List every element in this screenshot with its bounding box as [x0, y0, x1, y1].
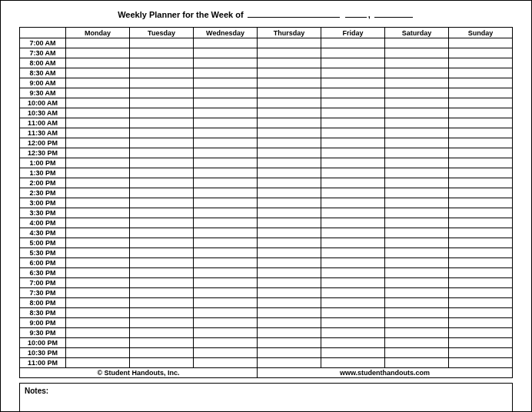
planner-cell[interactable]: [66, 138, 130, 148]
planner-cell[interactable]: [258, 48, 321, 58]
planner-cell[interactable]: [66, 278, 130, 288]
planner-cell[interactable]: [385, 38, 449, 48]
blank-day[interactable]: [345, 10, 367, 18]
planner-cell[interactable]: [385, 138, 449, 148]
planner-cell[interactable]: [130, 358, 194, 368]
planner-cell[interactable]: [258, 338, 321, 348]
planner-cell[interactable]: [130, 88, 194, 98]
planner-cell[interactable]: [258, 288, 321, 298]
planner-cell[interactable]: [449, 178, 513, 188]
planner-cell[interactable]: [130, 158, 194, 168]
planner-cell[interactable]: [258, 98, 321, 108]
planner-cell[interactable]: [449, 338, 513, 348]
planner-cell[interactable]: [130, 68, 194, 78]
planner-cell[interactable]: [321, 68, 385, 78]
planner-cell[interactable]: [321, 78, 385, 88]
planner-cell[interactable]: [66, 248, 130, 258]
planner-cell[interactable]: [130, 118, 194, 128]
planner-cell[interactable]: [258, 148, 321, 158]
planner-cell[interactable]: [385, 268, 449, 278]
planner-cell[interactable]: [258, 228, 321, 238]
planner-cell[interactable]: [385, 208, 449, 218]
planner-cell[interactable]: [321, 278, 385, 288]
planner-cell[interactable]: [258, 38, 321, 48]
planner-cell[interactable]: [130, 248, 194, 258]
planner-cell[interactable]: [321, 48, 385, 58]
planner-cell[interactable]: [258, 78, 321, 88]
planner-cell[interactable]: [449, 358, 513, 368]
planner-cell[interactable]: [130, 318, 194, 328]
planner-cell[interactable]: [258, 318, 321, 328]
planner-cell[interactable]: [449, 108, 513, 118]
planner-cell[interactable]: [194, 358, 258, 368]
planner-cell[interactable]: [66, 288, 130, 298]
planner-cell[interactable]: [385, 188, 449, 198]
planner-cell[interactable]: [130, 178, 194, 188]
planner-cell[interactable]: [385, 158, 449, 168]
planner-cell[interactable]: [66, 218, 130, 228]
planner-cell[interactable]: [449, 168, 513, 178]
planner-cell[interactable]: [194, 208, 258, 218]
planner-cell[interactable]: [449, 268, 513, 278]
planner-cell[interactable]: [66, 68, 130, 78]
planner-cell[interactable]: [66, 178, 130, 188]
planner-cell[interactable]: [385, 178, 449, 188]
planner-cell[interactable]: [258, 198, 321, 208]
planner-cell[interactable]: [194, 88, 258, 98]
planner-cell[interactable]: [194, 158, 258, 168]
planner-cell[interactable]: [258, 58, 321, 68]
planner-cell[interactable]: [385, 298, 449, 308]
planner-cell[interactable]: [321, 158, 385, 168]
planner-cell[interactable]: [449, 78, 513, 88]
planner-cell[interactable]: [258, 208, 321, 218]
planner-cell[interactable]: [385, 68, 449, 78]
planner-cell[interactable]: [321, 148, 385, 158]
planner-cell[interactable]: [66, 128, 130, 138]
planner-cell[interactable]: [130, 168, 194, 178]
planner-cell[interactable]: [321, 98, 385, 108]
planner-cell[interactable]: [194, 248, 258, 258]
planner-cell[interactable]: [449, 98, 513, 108]
planner-cell[interactable]: [194, 138, 258, 148]
planner-cell[interactable]: [258, 268, 321, 278]
planner-cell[interactable]: [321, 208, 385, 218]
planner-cell[interactable]: [321, 258, 385, 268]
planner-cell[interactable]: [66, 308, 130, 318]
planner-cell[interactable]: [66, 338, 130, 348]
planner-cell[interactable]: [258, 238, 321, 248]
planner-cell[interactable]: [66, 268, 130, 278]
planner-cell[interactable]: [194, 198, 258, 208]
planner-cell[interactable]: [385, 288, 449, 298]
planner-cell[interactable]: [258, 278, 321, 288]
planner-cell[interactable]: [449, 158, 513, 168]
planner-cell[interactable]: [258, 298, 321, 308]
planner-cell[interactable]: [449, 38, 513, 48]
planner-cell[interactable]: [321, 138, 385, 148]
planner-cell[interactable]: [194, 328, 258, 338]
planner-cell[interactable]: [258, 328, 321, 338]
planner-cell[interactable]: [130, 78, 194, 88]
planner-cell[interactable]: [66, 158, 130, 168]
planner-cell[interactable]: [130, 228, 194, 238]
planner-cell[interactable]: [130, 108, 194, 118]
planner-cell[interactable]: [194, 268, 258, 278]
planner-cell[interactable]: [66, 88, 130, 98]
planner-cell[interactable]: [385, 228, 449, 238]
planner-cell[interactable]: [258, 108, 321, 118]
planner-cell[interactable]: [194, 58, 258, 68]
planner-cell[interactable]: [194, 278, 258, 288]
planner-cell[interactable]: [449, 58, 513, 68]
planner-cell[interactable]: [66, 48, 130, 58]
planner-cell[interactable]: [130, 308, 194, 318]
planner-cell[interactable]: [258, 128, 321, 138]
planner-cell[interactable]: [449, 298, 513, 308]
planner-cell[interactable]: [385, 348, 449, 358]
planner-cell[interactable]: [194, 178, 258, 188]
planner-cell[interactable]: [449, 118, 513, 128]
planner-cell[interactable]: [130, 328, 194, 338]
planner-cell[interactable]: [66, 348, 130, 358]
planner-cell[interactable]: [66, 318, 130, 328]
planner-cell[interactable]: [449, 318, 513, 328]
planner-cell[interactable]: [130, 198, 194, 208]
planner-cell[interactable]: [66, 78, 130, 88]
